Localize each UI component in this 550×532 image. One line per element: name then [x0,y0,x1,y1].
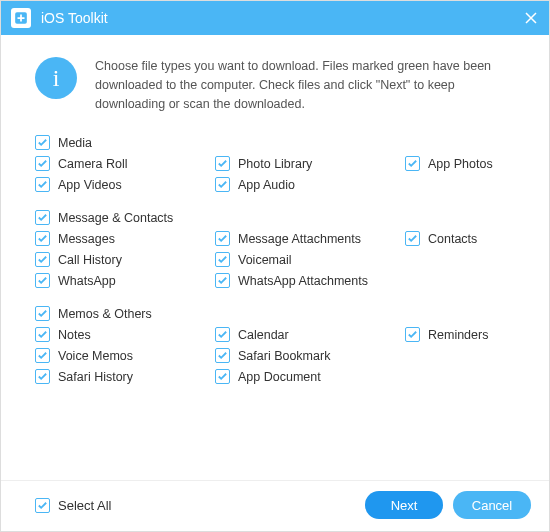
item-checkbox-calendar[interactable] [215,327,230,342]
item-label: Voice Memos [58,349,133,363]
item-label: App Document [238,370,321,384]
item-checkbox-photo-library[interactable] [215,156,230,171]
info-row: i Choose file types you want to download… [35,55,515,113]
item-label: Photo Library [238,157,312,171]
item-label: Messages [58,232,115,246]
group-grid: Camera RollPhoto LibraryApp PhotosApp Vi… [35,156,515,192]
item-checkbox-messages[interactable] [35,231,50,246]
item-label: Reminders [428,328,488,342]
item-checkbox-call-history[interactable] [35,252,50,267]
item-checkbox-contacts[interactable] [405,231,420,246]
group-header: Message & Contacts [35,210,515,225]
list-item: Call History [35,252,215,267]
item-checkbox-whatsapp[interactable] [35,273,50,288]
item-label: WhatsApp Attachments [238,274,368,288]
select-all-checkbox[interactable] [35,498,50,513]
list-item: App Document [215,369,405,384]
list-item: App Videos [35,177,215,192]
select-all-label: Select All [58,498,111,513]
item-label: WhatsApp [58,274,116,288]
list-item: App Photos [405,156,515,171]
app-icon [11,8,31,28]
item-checkbox-app-photos[interactable] [405,156,420,171]
item-checkbox-safari-bookmark[interactable] [215,348,230,363]
list-item: Safari Bookmark [215,348,405,363]
list-item [405,348,515,363]
item-checkbox-notes[interactable] [35,327,50,342]
item-label: App Videos [58,178,122,192]
group-label: Media [58,136,92,150]
cancel-button[interactable]: Cancel [453,491,531,519]
item-checkbox-safari-history[interactable] [35,369,50,384]
list-item: WhatsApp [35,273,215,288]
window: iOS Toolkit i Choose file types you want… [0,0,550,532]
list-item: Safari History [35,369,215,384]
close-icon[interactable] [523,10,539,26]
item-checkbox-app-videos[interactable] [35,177,50,192]
group-media: MediaCamera RollPhoto LibraryApp PhotosA… [35,135,515,192]
item-label: Safari Bookmark [238,349,330,363]
item-label: App Audio [238,178,295,192]
item-label: Safari History [58,370,133,384]
item-label: App Photos [428,157,493,171]
list-item: Reminders [405,327,515,342]
list-item: Contacts [405,231,515,246]
item-checkbox-whatsapp-attachments[interactable] [215,273,230,288]
info-icon: i [35,57,77,99]
list-item: Message Attachments [215,231,405,246]
window-title: iOS Toolkit [41,10,108,26]
list-item [405,252,515,267]
item-label: Camera Roll [58,157,127,171]
item-label: Notes [58,328,91,342]
footer: Select All Next Cancel [1,480,549,531]
group-checkbox[interactable] [35,210,50,225]
list-item: Messages [35,231,215,246]
list-item: App Audio [215,177,405,192]
item-label: Message Attachments [238,232,361,246]
item-label: Call History [58,253,122,267]
group-grid: NotesCalendarRemindersVoice MemosSafari … [35,327,515,384]
group-label: Message & Contacts [58,211,173,225]
list-item: Photo Library [215,156,405,171]
group-message-contacts: Message & ContactsMessagesMessage Attach… [35,210,515,288]
item-checkbox-app-document[interactable] [215,369,230,384]
list-item: Calendar [215,327,405,342]
content: i Choose file types you want to download… [1,35,549,480]
group-memos-others: Memos & OthersNotesCalendarRemindersVoic… [35,306,515,384]
item-checkbox-voicemail[interactable] [215,252,230,267]
group-header: Media [35,135,515,150]
group-header: Memos & Others [35,306,515,321]
list-item: Voicemail [215,252,405,267]
info-text: Choose file types you want to download. … [95,55,515,113]
group-checkbox[interactable] [35,306,50,321]
group-grid: MessagesMessage AttachmentsContactsCall … [35,231,515,288]
group-checkbox[interactable] [35,135,50,150]
item-label: Calendar [238,328,289,342]
list-item: Notes [35,327,215,342]
list-item: WhatsApp Attachments [215,273,405,288]
item-checkbox-app-audio[interactable] [215,177,230,192]
list-item: Camera Roll [35,156,215,171]
item-checkbox-camera-roll[interactable] [35,156,50,171]
item-checkbox-voice-memos[interactable] [35,348,50,363]
item-checkbox-reminders[interactable] [405,327,420,342]
next-button[interactable]: Next [365,491,443,519]
group-label: Memos & Others [58,307,152,321]
titlebar: iOS Toolkit [1,1,549,35]
item-label: Contacts [428,232,477,246]
list-item: Voice Memos [35,348,215,363]
item-label: Voicemail [238,253,292,267]
item-checkbox-message-attachments[interactable] [215,231,230,246]
